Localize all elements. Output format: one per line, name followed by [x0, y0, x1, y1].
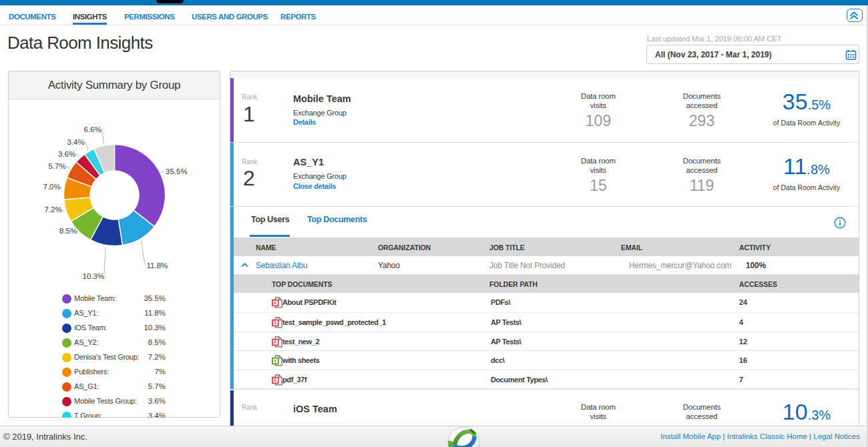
svg-text:10.3%: 10.3% [83, 272, 105, 280]
svg-text:6.6%: 6.6% [84, 125, 101, 133]
svg-text:5.7%: 5.7% [49, 162, 66, 170]
svg-text:λ: λ [274, 378, 276, 382]
svg-text:8.5%: 8.5% [59, 227, 77, 235]
svg-text:7.2%: 7.2% [45, 205, 62, 213]
svg-text:x: x [274, 358, 276, 363]
svg-text:3.6%: 3.6% [58, 150, 75, 158]
svg-text:λ: λ [274, 340, 276, 344]
svg-text:11.8%: 11.8% [147, 262, 168, 270]
svg-text:λ: λ [274, 320, 276, 325]
svg-text:35.5%: 35.5% [166, 167, 188, 175]
svg-text:7.0%: 7.0% [43, 183, 61, 191]
svg-text:λ: λ [274, 300, 276, 305]
svg-text:3.4%: 3.4% [67, 138, 85, 146]
